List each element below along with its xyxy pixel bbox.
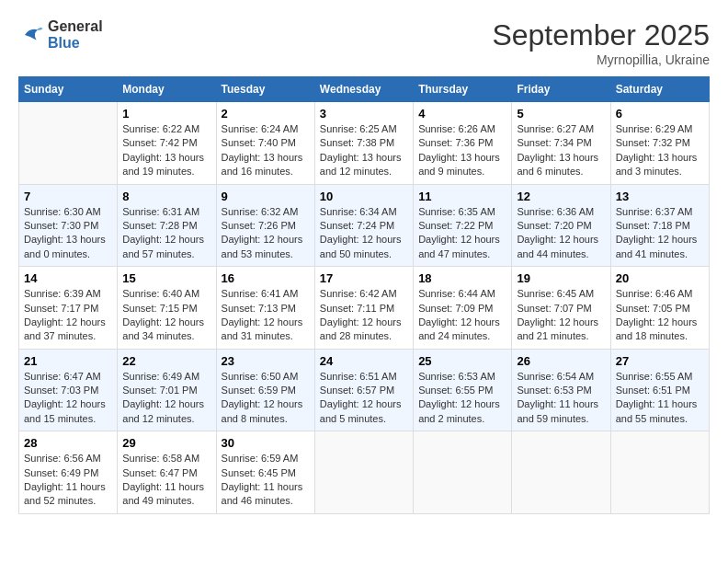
day-info: Sunrise: 6:32 AMSunset: 7:26 PMDaylight:… (222, 205, 310, 262)
location-subtitle: Myrnopillia, Ukraine (492, 52, 710, 67)
weekday-header-wednesday: Wednesday (314, 77, 413, 102)
logo: General Blue (18, 18, 103, 52)
calendar-cell: 30Sunrise: 6:59 AMSunset: 6:45 PMDayligh… (216, 431, 314, 514)
day-number: 5 (517, 107, 605, 121)
calendar-cell: 4Sunrise: 6:26 AMSunset: 7:36 PMDaylight… (414, 102, 512, 185)
day-info: Sunrise: 6:46 AMSunset: 7:05 PMDaylight:… (616, 287, 704, 344)
day-number: 2 (222, 107, 310, 121)
day-number: 12 (517, 190, 605, 203)
weekday-header-saturday: Saturday (610, 77, 709, 102)
calendar-cell (19, 102, 118, 185)
weekday-header-sunday: Sunday (19, 77, 118, 102)
calendar-cell: 11Sunrise: 6:35 AMSunset: 7:22 PMDayligh… (414, 184, 512, 267)
day-number: 22 (122, 354, 210, 368)
calendar-week-row: 7Sunrise: 6:30 AMSunset: 7:30 PMDaylight… (19, 184, 710, 267)
day-number: 23 (222, 354, 310, 368)
day-number: 1 (122, 107, 210, 121)
day-info: Sunrise: 6:34 AMSunset: 7:24 PMDaylight:… (320, 205, 408, 262)
day-info: Sunrise: 6:55 AMSunset: 6:51 PMDaylight:… (616, 370, 704, 427)
calendar-cell: 3Sunrise: 6:25 AMSunset: 7:38 PMDaylight… (314, 102, 413, 185)
day-number: 29 (122, 436, 210, 450)
day-number: 21 (24, 354, 112, 368)
calendar-cell (414, 431, 512, 514)
day-number: 16 (222, 271, 310, 285)
day-number: 3 (320, 107, 408, 121)
weekday-header-monday: Monday (118, 77, 216, 102)
day-number: 7 (24, 190, 112, 203)
day-info: Sunrise: 6:58 AMSunset: 6:47 PMDaylight:… (122, 452, 210, 509)
calendar-cell: 22Sunrise: 6:49 AMSunset: 7:01 PMDayligh… (118, 349, 216, 431)
calendar-cell: 17Sunrise: 6:42 AMSunset: 7:11 PMDayligh… (314, 267, 413, 350)
calendar-cell: 14Sunrise: 6:39 AMSunset: 7:17 PMDayligh… (19, 267, 118, 350)
day-info: Sunrise: 6:35 AMSunset: 7:22 PMDaylight:… (418, 205, 506, 262)
calendar-cell: 26Sunrise: 6:54 AMSunset: 6:53 PMDayligh… (512, 349, 610, 431)
day-info: Sunrise: 6:22 AMSunset: 7:42 PMDaylight:… (122, 122, 210, 179)
day-info: Sunrise: 6:39 AMSunset: 7:17 PMDaylight:… (24, 287, 112, 344)
day-info: Sunrise: 6:30 AMSunset: 7:30 PMDaylight:… (24, 205, 112, 262)
calendar-cell: 20Sunrise: 6:46 AMSunset: 7:05 PMDayligh… (610, 267, 709, 350)
calendar-cell: 19Sunrise: 6:45 AMSunset: 7:07 PMDayligh… (512, 267, 610, 350)
day-info: Sunrise: 6:56 AMSunset: 6:49 PMDaylight:… (24, 452, 112, 509)
weekday-header-thursday: Thursday (414, 77, 512, 102)
logo-icon (18, 22, 44, 48)
weekday-header-friday: Friday (512, 77, 610, 102)
calendar-cell (610, 431, 709, 514)
day-info: Sunrise: 6:49 AMSunset: 7:01 PMDaylight:… (122, 370, 210, 427)
calendar-cell: 9Sunrise: 6:32 AMSunset: 7:26 PMDaylight… (216, 184, 314, 267)
day-number: 10 (320, 190, 408, 203)
calendar-cell (512, 431, 610, 514)
day-number: 14 (24, 271, 112, 285)
calendar-week-row: 28Sunrise: 6:56 AMSunset: 6:49 PMDayligh… (19, 431, 710, 514)
calendar-cell: 24Sunrise: 6:51 AMSunset: 6:57 PMDayligh… (314, 349, 413, 431)
day-info: Sunrise: 6:40 AMSunset: 7:15 PMDaylight:… (122, 287, 210, 344)
day-number: 18 (418, 271, 506, 285)
day-info: Sunrise: 6:42 AMSunset: 7:11 PMDaylight:… (320, 287, 408, 344)
calendar-cell: 6Sunrise: 6:29 AMSunset: 7:32 PMDaylight… (610, 102, 709, 185)
day-number: 6 (616, 107, 704, 121)
calendar-cell: 13Sunrise: 6:37 AMSunset: 7:18 PMDayligh… (610, 184, 709, 267)
day-info: Sunrise: 6:44 AMSunset: 7:09 PMDaylight:… (418, 287, 506, 344)
day-info: Sunrise: 6:54 AMSunset: 6:53 PMDaylight:… (517, 370, 605, 427)
day-number: 19 (517, 271, 605, 285)
day-number: 20 (616, 271, 704, 285)
calendar-cell: 1Sunrise: 6:22 AMSunset: 7:42 PMDaylight… (118, 102, 216, 185)
day-info: Sunrise: 6:31 AMSunset: 7:28 PMDaylight:… (122, 205, 210, 262)
page-header: General Blue September 2025 Myrnopillia,… (18, 18, 710, 67)
calendar-cell: 28Sunrise: 6:56 AMSunset: 6:49 PMDayligh… (19, 431, 118, 514)
day-info: Sunrise: 6:27 AMSunset: 7:34 PMDaylight:… (517, 122, 605, 179)
day-info: Sunrise: 6:50 AMSunset: 6:59 PMDaylight:… (222, 370, 310, 427)
day-number: 4 (418, 107, 506, 121)
day-number: 25 (418, 354, 506, 368)
day-number: 15 (122, 271, 210, 285)
logo-text: General Blue (48, 18, 103, 52)
calendar-cell: 25Sunrise: 6:53 AMSunset: 6:55 PMDayligh… (414, 349, 512, 431)
calendar-cell: 8Sunrise: 6:31 AMSunset: 7:28 PMDaylight… (118, 184, 216, 267)
calendar-cell: 12Sunrise: 6:36 AMSunset: 7:20 PMDayligh… (512, 184, 610, 267)
day-number: 27 (616, 354, 704, 368)
day-number: 30 (222, 436, 310, 450)
day-info: Sunrise: 6:25 AMSunset: 7:38 PMDaylight:… (320, 122, 408, 179)
day-info: Sunrise: 6:47 AMSunset: 7:03 PMDaylight:… (24, 370, 112, 427)
day-info: Sunrise: 6:37 AMSunset: 7:18 PMDaylight:… (616, 205, 704, 262)
calendar-cell: 5Sunrise: 6:27 AMSunset: 7:34 PMDaylight… (512, 102, 610, 185)
day-number: 24 (320, 354, 408, 368)
day-number: 11 (418, 190, 506, 203)
calendar-cell: 23Sunrise: 6:50 AMSunset: 6:59 PMDayligh… (216, 349, 314, 431)
day-info: Sunrise: 6:45 AMSunset: 7:07 PMDaylight:… (517, 287, 605, 344)
calendar-cell: 18Sunrise: 6:44 AMSunset: 7:09 PMDayligh… (414, 267, 512, 350)
day-info: Sunrise: 6:51 AMSunset: 6:57 PMDaylight:… (320, 370, 408, 427)
day-info: Sunrise: 6:26 AMSunset: 7:36 PMDaylight:… (418, 122, 506, 179)
day-number: 26 (517, 354, 605, 368)
calendar-cell: 27Sunrise: 6:55 AMSunset: 6:51 PMDayligh… (610, 349, 709, 431)
calendar-table: SundayMondayTuesdayWednesdayThursdayFrid… (18, 76, 710, 514)
day-info: Sunrise: 6:59 AMSunset: 6:45 PMDaylight:… (222, 452, 310, 509)
calendar-week-row: 14Sunrise: 6:39 AMSunset: 7:17 PMDayligh… (19, 267, 710, 350)
title-block: September 2025 Myrnopillia, Ukraine (492, 18, 710, 67)
calendar-week-row: 1Sunrise: 6:22 AMSunset: 7:42 PMDaylight… (19, 102, 710, 185)
calendar-cell: 16Sunrise: 6:41 AMSunset: 7:13 PMDayligh… (216, 267, 314, 350)
day-info: Sunrise: 6:53 AMSunset: 6:55 PMDaylight:… (418, 370, 506, 427)
calendar-cell: 21Sunrise: 6:47 AMSunset: 7:03 PMDayligh… (19, 349, 118, 431)
calendar-cell (314, 431, 413, 514)
calendar-cell: 15Sunrise: 6:40 AMSunset: 7:15 PMDayligh… (118, 267, 216, 350)
calendar-cell: 29Sunrise: 6:58 AMSunset: 6:47 PMDayligh… (118, 431, 216, 514)
